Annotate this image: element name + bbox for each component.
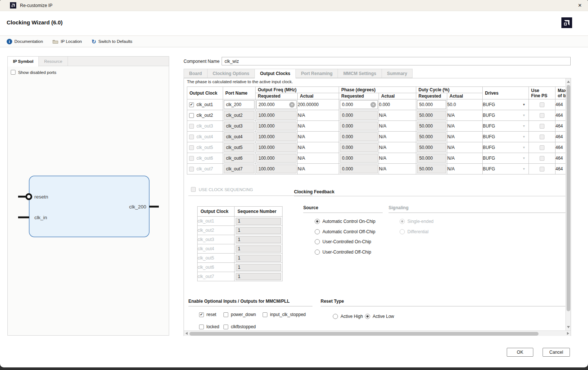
checkbox-reset[interactable]: ✔ reset: [199, 312, 216, 317]
seq-row: clk_out11: [198, 217, 283, 226]
clk-out1-port-input[interactable]: clk_200: [224, 100, 254, 109]
seq-input-clk-out2: 1: [236, 227, 281, 234]
tab-resource[interactable]: Resource: [39, 57, 68, 66]
table-row-clk-out4: ✔clk_out4 clk_out4 100.000 N/A 0.000 N/A…: [187, 132, 566, 142]
radio-icon[interactable]: [315, 219, 320, 224]
checkbox-icon[interactable]: ✔: [199, 312, 204, 317]
ip-symbol-panel: IP Symbol Resource ✔ Show disabled ports…: [7, 56, 169, 336]
clk-out4-label: clk_out4: [196, 134, 213, 139]
radio-icon: [400, 219, 405, 224]
radio-icon[interactable]: [315, 239, 320, 244]
seq-row: clk_out31: [198, 235, 283, 244]
chevron-down-icon: ▾: [523, 167, 525, 171]
clk-out1-max: 464: [555, 99, 566, 110]
radio-icon[interactable]: [333, 314, 338, 319]
clear-icon[interactable]: ✕: [289, 102, 295, 108]
radio-icon[interactable]: [315, 250, 320, 255]
scroll-down-icon[interactable]: [567, 326, 570, 328]
tab-board[interactable]: Board: [184, 69, 208, 78]
clk-out2-phase-input: 0.000: [340, 111, 378, 120]
close-icon[interactable]: ✕: [572, 0, 588, 11]
checkbox-icon[interactable]: ✔: [199, 325, 204, 329]
tab-ip-symbol[interactable]: IP Symbol: [8, 57, 39, 67]
scroll-right-icon[interactable]: [567, 332, 569, 335]
vertical-scrollbar-thumb[interactable]: [567, 85, 570, 311]
col-phase: Phase (degrees): [339, 87, 416, 93]
ok-button[interactable]: OK: [507, 348, 533, 357]
tab-port-renaming[interactable]: Port Renaming: [296, 69, 338, 78]
horizontal-scrollbar[interactable]: [184, 330, 571, 336]
checkbox-icon[interactable]: ✔: [263, 312, 267, 317]
radio-icon[interactable]: [365, 314, 370, 319]
table-row-clk-out7: ✔clk_out7 clk_out7 100.000 N/A 0.000 N/A…: [187, 164, 566, 174]
clk-out1-freq-input[interactable]: 200.000✕: [256, 100, 297, 109]
clk-out7-checkbox: ✔: [189, 167, 194, 172]
table-row-clk-out3: ✔clk_out3 clk_out3 100.000 N/A 0.000 N/A…: [187, 121, 566, 132]
radio-user-off-chip[interactable]: User-Controlled Off-Chip: [315, 250, 371, 255]
checkbox-power-down[interactable]: ✔ power_down: [223, 312, 256, 317]
seq-input-clk-out5: 1: [236, 255, 281, 262]
clocking-feedback-divider: [294, 196, 566, 196]
radio-auto-on-chip[interactable]: Automatic Control On-Chip: [315, 219, 375, 224]
chevron-down-icon: ▾: [523, 113, 525, 117]
checkbox-icon[interactable]: ✔: [223, 325, 228, 329]
clk-out2-freq-input: 100.000: [256, 111, 297, 120]
checkbox-clkfbstopped[interactable]: ✔ clkfbstopped: [223, 324, 256, 329]
radio-active-low[interactable]: Active Low: [365, 314, 394, 319]
xilinx-logo-icon: [10, 2, 16, 9]
folder-icon: [52, 39, 58, 44]
clk-out3-checkbox: ✔: [189, 124, 194, 129]
clk-out5-label: clk_out5: [196, 145, 213, 150]
ip-location-label: IP Location: [61, 39, 82, 44]
tab-summary[interactable]: Summary: [382, 69, 413, 78]
clk-out1-duty-input[interactable]: 50.000: [417, 100, 446, 109]
clear-icon[interactable]: ✕: [370, 102, 376, 108]
clk-out1-fine-ps-checkbox: ✔: [540, 102, 544, 107]
col-phase-actual: Actual: [379, 93, 416, 99]
clk-out5-checkbox: ✔: [189, 145, 194, 150]
checkbox-input-clk-stopped[interactable]: ✔ input_clk_stopped: [263, 312, 306, 317]
radio-auto-off-chip[interactable]: Automatic Control Off-Chip: [315, 229, 375, 234]
tab-clocking-options[interactable]: Clocking Options: [208, 69, 255, 78]
clk-out4-checkbox: ✔: [189, 135, 194, 139]
seq-row: clk_out61: [198, 263, 283, 272]
clk-out2-drives-dropdown: BUFG▾: [483, 110, 529, 121]
ip-location-button[interactable]: IP Location: [52, 39, 82, 44]
clk-out1-phase-input[interactable]: 0.000✕: [340, 100, 378, 109]
radio-icon[interactable]: [315, 229, 320, 234]
refresh-icon: ↻: [92, 39, 96, 44]
checkbox-icon[interactable]: ✔: [223, 312, 228, 317]
port-label-resetn: resetn: [34, 194, 48, 200]
tab-output-clocks[interactable]: Output Clocks: [255, 69, 296, 78]
tab-mmcm-settings[interactable]: MMCM Settings: [338, 69, 382, 78]
clk-out1-duty-actual: 50.0: [447, 99, 483, 110]
col-output-clock: Output Clock: [187, 87, 223, 99]
horizontal-scrollbar-thumb[interactable]: [189, 332, 539, 336]
documentation-button[interactable]: i Documentation: [7, 39, 43, 44]
optional-io-title: Enable Optional Inputs / Outputs for MMC…: [188, 299, 290, 304]
clk-out1-checkbox[interactable]: ✔: [189, 102, 194, 107]
seq-input-clk-out6: 1: [236, 264, 281, 271]
switch-to-defaults-label: Switch to Defaults: [98, 39, 132, 44]
checkbox-locked[interactable]: ✔ locked: [199, 324, 219, 329]
clk-out3-label: clk_out3: [196, 123, 213, 129]
vertical-scrollbar[interactable]: [565, 78, 571, 330]
radio-active-high[interactable]: Active High: [333, 314, 363, 319]
seq-row: clk_out51: [198, 254, 283, 263]
seq-input-clk-out1: 1: [236, 218, 281, 225]
table-row-clk-out1: ✔clk_out1 clk_200 200.000✕ 200.00000 0.0…: [187, 99, 566, 110]
clk-out2-duty-actual: N/A: [447, 110, 483, 121]
scroll-left-icon[interactable]: [185, 332, 188, 335]
clk-out1-freq-actual: 200.00000: [298, 99, 339, 110]
radio-user-on-chip[interactable]: User-Controlled On-Chip: [315, 239, 371, 244]
clk-out1-drives-dropdown[interactable]: BUFG▾: [483, 99, 529, 110]
chevron-down-icon: ▾: [523, 102, 525, 106]
scroll-up-icon[interactable]: [567, 81, 570, 83]
cancel-button[interactable]: Cancel: [543, 348, 570, 357]
component-name-input[interactable]: clk_wiz: [222, 57, 571, 65]
switch-to-defaults-button[interactable]: ↻ Switch to Defaults: [92, 39, 133, 44]
seq-row: clk_out41: [198, 244, 283, 254]
toolbar: i Documentation IP Location ↻ Switch to …: [0, 35, 588, 47]
col-duty-actual: Actual: [447, 93, 483, 99]
clk-out2-checkbox[interactable]: ✔: [189, 113, 194, 118]
